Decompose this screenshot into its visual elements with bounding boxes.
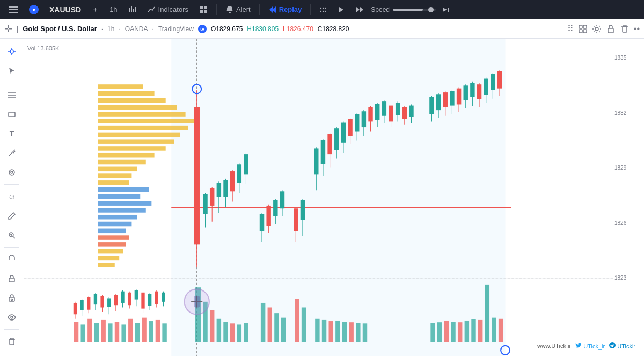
svg-rect-100 [155,292,158,304]
bell-icon [225,5,234,14]
ohlc-close: C1828.820 [318,25,349,33]
crosshair-tool[interactable] [3,43,20,60]
ohlc-open: O1829.675 [211,25,243,33]
indicators-button[interactable]: Indicators [143,3,193,16]
symbol-label[interactable]: XAUUSD [45,3,85,16]
svg-rect-174 [470,83,474,97]
speed-thumb [428,7,434,12]
svg-point-12 [323,10,324,11]
settings-icon[interactable] [592,24,602,34]
play-button[interactable] [333,4,349,16]
svg-rect-110 [217,183,221,197]
svg-rect-5 [204,6,207,9]
crosshair-tool-header[interactable]: ✛ [4,23,12,35]
svg-rect-120 [260,214,264,231]
svg-rect-172 [464,85,468,100]
svg-rect-128 [294,208,298,231]
add-symbol-button[interactable]: ＋ [87,3,103,17]
svg-rect-19 [579,25,582,28]
speed-slider[interactable] [393,9,436,11]
plus-icon: ＋ [92,5,99,14]
apps-icon[interactable] [578,24,588,34]
svg-rect-191 [128,319,133,342]
measure-tool[interactable] [3,144,20,162]
six-dots-icon [319,6,327,13]
delete-icon[interactable] [620,24,630,34]
trash-tool[interactable] [3,333,20,350]
svg-rect-210 [302,307,306,342]
lines-tool[interactable] [3,86,20,104]
svg-rect-188 [108,323,112,342]
svg-rect-136 [327,134,332,154]
svg-rect-43 [9,278,14,282]
svg-rect-140 [341,123,346,143]
timeframe-selector[interactable]: 1h [105,3,121,16]
chart-type-button[interactable] [124,3,141,16]
magnet-tool[interactable] [3,251,20,268]
timeframe-text: 1h [109,5,117,13]
svg-rect-134 [321,140,325,164]
svg-marker-15 [356,7,360,12]
svg-marker-17 [443,8,447,12]
price-level-5: 1823 [614,275,642,281]
svg-point-23 [595,27,598,31]
more-icon[interactable]: •• [634,24,640,34]
svg-rect-148 [368,107,372,122]
svg-rect-59 [98,160,146,165]
chart-icon [148,5,156,14]
price-level-4: 1826 [614,220,642,226]
lock-icon[interactable] [606,24,616,34]
fibonacci-tool[interactable] [3,164,20,181]
svg-rect-102 [162,293,165,302]
svg-rect-68 [98,222,131,227]
svg-marker-16 [360,7,363,12]
alert-button[interactable]: Alert [221,3,255,16]
watermark-twitter: UTick_ir [575,342,605,350]
ohlc-high: H1830.805 [247,25,279,33]
speed-control: Speed [371,6,436,13]
svg-rect-106 [203,194,207,214]
svg-rect-20 [583,25,587,28]
text-tool[interactable]: T [3,125,20,142]
lock-tool[interactable] [3,270,20,287]
symbol-badge: ● [29,5,39,14]
fast-forward-button[interactable] [352,3,369,16]
svg-rect-54 [98,126,188,130]
svg-rect-230 [194,296,200,307]
skip-end-button[interactable] [438,4,454,16]
svg-rect-224 [465,321,469,342]
svg-rect-146 [362,111,366,127]
eye-tool[interactable] [3,309,20,326]
svg-rect-74 [98,263,115,267]
svg-rect-66 [98,208,146,213]
svg-rect-57 [98,146,166,151]
six-dots-button[interactable] [315,4,331,16]
fast-forward-icon [356,5,364,14]
hamburger-menu[interactable] [4,3,23,17]
top-toolbar: ● XAUUSD ＋ 1h Indicators Alert [0,0,644,19]
svg-rect-52 [98,112,185,117]
svg-rect-53 [98,119,194,123]
svg-rect-222 [451,322,455,342]
replay-button[interactable]: Replay [264,3,306,16]
svg-rect-199 [210,310,214,342]
emoji-tool[interactable]: ☺ [3,188,20,205]
svg-rect-47 [10,339,14,345]
zoom-tool[interactable] [3,227,20,244]
rectangle-tool[interactable] [3,106,20,123]
price-level-3: 1829 [614,165,642,171]
pencil-tool[interactable] [3,207,20,224]
svg-rect-202 [230,323,235,342]
chart-area[interactable]: 1835 1832 1829 1826 1823 Vol 13.605K www… [24,39,644,356]
rewind-icon [268,5,277,14]
lock2-tool[interactable] [3,289,20,307]
layout-button[interactable] [195,3,212,16]
svg-rect-84 [100,296,104,307]
indicators-label: Indicators [158,5,188,13]
pointer-tool[interactable] [3,62,20,79]
svg-rect-118 [244,154,248,174]
svg-rect-98 [148,294,151,306]
svg-rect-200 [217,319,221,342]
svg-rect-55 [98,133,180,137]
svg-point-9 [323,7,324,8]
